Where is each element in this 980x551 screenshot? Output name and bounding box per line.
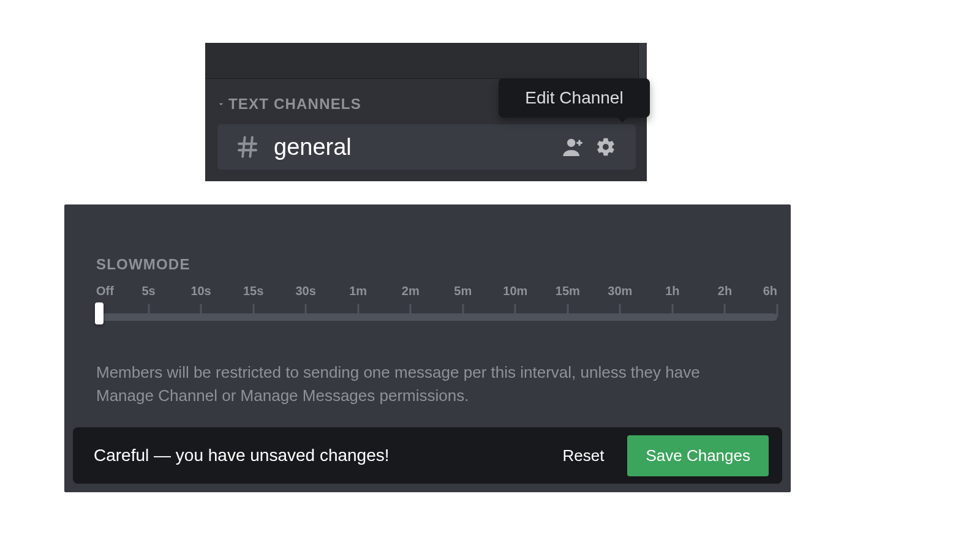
channel-category-header[interactable]: TEXT CHANNELS [216,96,361,113]
svg-line-3 [250,137,252,157]
slider-mark-label: 5m [454,284,472,298]
unsaved-changes-message: Careful — you have unsaved changes! [94,446,551,465]
slider-mark-label: 15m [556,284,580,298]
unsaved-changes-bar: Careful — you have unsaved changes! Rese… [73,427,782,484]
slider-mark-label: 1m [349,284,367,298]
slider-mark-label: 5s [141,284,155,298]
save-changes-button[interactable]: Save Changes [627,435,769,476]
hash-icon [235,134,260,160]
channel-actions [561,135,616,159]
channel-name-label: general [274,134,561,160]
slowmode-description: Members will be restricted to sending on… [96,361,759,407]
slider-mark-labels: Off5s10s15s30s1m2m5m10m15m30m1h2h6h [96,284,777,301]
svg-line-2 [243,137,245,157]
channel-list-panel: TEXT CHANNELS general [205,43,647,181]
invite-user-icon[interactable] [561,135,586,159]
slider-mark-label: 30s [295,284,315,298]
slowmode-settings-panel: SLOWMODE Off5s10s15s30s1m2m5m10m15m30m1h… [64,204,791,492]
slider-mark-label: 10s [190,284,211,298]
slider-mark-label: 2m [402,284,420,298]
chevron-down-icon [216,99,226,109]
svg-point-4 [567,139,575,147]
slider-mark-label: 6h [763,284,777,298]
panel-right-strip [638,43,647,78]
slider-thumb[interactable] [95,302,104,324]
gear-icon[interactable] [595,137,616,157]
slider-mark-label: 30m [608,284,632,298]
edit-channel-tooltip: Edit Channel [499,78,650,118]
slider-track[interactable] [96,313,777,321]
slowmode-slider[interactable]: Off5s10s15s30s1m2m5m10m15m30m1h2h6h [96,284,777,321]
slider-mark-label: 15s [243,284,263,298]
channel-item-general[interactable]: general [217,124,636,170]
reset-button[interactable]: Reset [551,440,617,471]
slider-mark-label: 10m [503,284,527,298]
slider-mark-label: 2h [718,284,732,298]
tooltip-arrow-icon [616,116,628,122]
slowmode-title: SLOWMODE [96,256,190,273]
channel-category-label: TEXT CHANNELS [228,96,361,113]
slider-mark-label: Off [96,284,114,298]
slider-mark-label: 1h [665,284,679,298]
svg-rect-6 [576,142,582,144]
panel-top-strip [205,43,647,78]
